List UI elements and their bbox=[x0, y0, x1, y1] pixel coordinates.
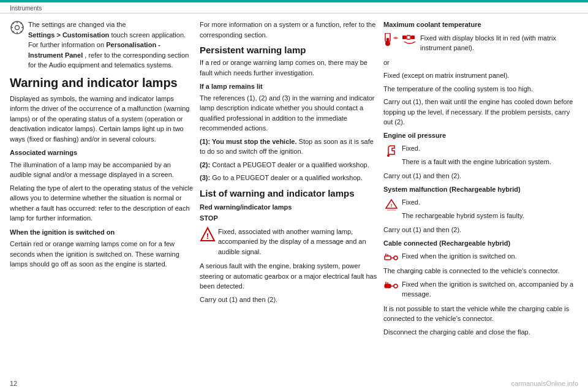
coolant-temp: The temperature of the cooling system is… bbox=[383, 84, 578, 94]
stop-carry-text: Carry out (1) and then (2). bbox=[200, 295, 377, 305]
coolant-or: or bbox=[383, 58, 578, 68]
stop-3-text: Go to a PEUGEOT dealer or a qualified wo… bbox=[212, 174, 363, 181]
stop-label: STOP bbox=[200, 213, 377, 224]
cable-connected-title: Cable connected (Rechargeable hybrid) bbox=[383, 238, 578, 249]
settings-icon bbox=[10, 20, 24, 35]
sys-icon-row: ! Fixed. The rechargeable hybrid system … bbox=[383, 197, 578, 224]
cable-impossible: It is not possible to start the vehicle … bbox=[383, 304, 578, 324]
svg-text:!: ! bbox=[391, 203, 393, 208]
header-title: Instruments bbox=[10, 5, 42, 12]
ignition-title: When the ignition is switched on bbox=[10, 227, 194, 238]
persistent-heading: Persistent warning lamp bbox=[200, 45, 377, 55]
max-coolant-title: Maximum coolant temperature bbox=[383, 20, 578, 30]
sys-malfunction-title: System malfunction (Rechargeable hybrid) bbox=[383, 184, 578, 195]
svg-point-1 bbox=[15, 26, 20, 30]
engine-oil-text: Fixed. There is a fault with the engine … bbox=[402, 143, 551, 170]
cable-icon2 bbox=[383, 279, 399, 293]
stop-3: (3): Go to a PEUGEOT dealer or a qualifi… bbox=[200, 173, 377, 183]
stop-2-label: (2): bbox=[200, 161, 210, 168]
list-heading: List of warning and indicator lamps bbox=[200, 188, 377, 198]
coolant-icon2 bbox=[402, 33, 418, 47]
sys-carry: Carry out (1) and then (2). bbox=[383, 225, 578, 235]
watermark: carmanualsOnline.info bbox=[511, 380, 578, 387]
page-number: 12 bbox=[10, 380, 17, 387]
persistent-desc: If a red or orange warning lamp comes on… bbox=[200, 58, 377, 78]
svg-point-18 bbox=[387, 154, 390, 157]
sys-text: Fixed. The rechargeable hybrid system is… bbox=[402, 197, 524, 224]
svg-rect-25 bbox=[385, 284, 391, 288]
cable-fixed2: Fixed when the ignition is switched on, … bbox=[402, 279, 578, 300]
settings-bold-text: Settings > Customisation bbox=[28, 31, 109, 39]
right-column: Maximum coolant temperature bbox=[383, 20, 578, 340]
settings-text1: The settings are changed via the bbox=[28, 21, 126, 28]
ignition-text: Certain red or orange warning lamps come… bbox=[10, 239, 194, 270]
settings-text2: touch screen application. bbox=[111, 31, 186, 39]
stop-2: (2): Contact a PEUGEOT dealer or a quali… bbox=[200, 160, 377, 170]
cable-icon-row2: Fixed when the ignition is switched on, … bbox=[383, 279, 578, 303]
associated-warnings-title: Associated warnings bbox=[10, 148, 194, 158]
stop-2-text: Contact a PEUGEOT dealer or a qualified … bbox=[212, 161, 369, 168]
cable-icon1 bbox=[383, 251, 399, 265]
sys-fixed: Fixed. bbox=[402, 197, 524, 208]
svg-text:!: ! bbox=[206, 232, 209, 241]
left-column: The settings are changed via the Setting… bbox=[10, 20, 194, 340]
engine-oil-fixed: Fixed. bbox=[402, 143, 551, 154]
warning-lamps-heading: Warning and indicator lamps bbox=[10, 75, 194, 90]
stop-fixed-text: Fixed, associated with another warning l… bbox=[218, 227, 377, 257]
coolant-fixed2: Fixed (except on matrix instrument panel… bbox=[383, 70, 578, 81]
mid-column: For more information on a system or a fu… bbox=[200, 20, 377, 340]
assoc-text1: The illumination of a lamp may be accomp… bbox=[10, 160, 194, 180]
intro-text: For more information on a system or a fu… bbox=[200, 20, 377, 40]
stop-serious-text: A serious fault with the engine, braking… bbox=[200, 261, 377, 292]
engine-oil-icon-row: Fixed. There is a fault with the engine … bbox=[383, 143, 578, 170]
settings-block: The settings are changed via the Setting… bbox=[10, 20, 194, 70]
cable-disconnect: Disconnect the charging cable and close … bbox=[383, 327, 578, 337]
coolant-carry: Carry out (1), then wait until the engin… bbox=[383, 97, 578, 127]
svg-rect-15 bbox=[402, 36, 406, 39]
remains-lit-text: The references (1), (2) and (3) in the w… bbox=[200, 93, 377, 134]
coolant-icon1 bbox=[383, 33, 399, 47]
stop-triangle-icon: ! bbox=[200, 227, 216, 243]
svg-rect-16 bbox=[407, 36, 410, 39]
stop-3-label: (3): bbox=[200, 174, 210, 181]
stop-1: (1): You must stop the vehicle. Stop as … bbox=[200, 137, 377, 157]
stop-icon-row: ! Fixed, associated with another warning… bbox=[200, 227, 377, 260]
page-header: Instruments bbox=[0, 2, 588, 13]
cable-fixed1: Fixed when the ignition is switched on. bbox=[402, 251, 517, 262]
engine-oil-fault: There is a fault with the engine lubrica… bbox=[402, 157, 551, 167]
sys-fault: The rechargeable hybrid system is faulty… bbox=[402, 211, 524, 221]
svg-rect-20 bbox=[385, 256, 391, 260]
svg-point-14 bbox=[385, 41, 390, 46]
settings-description: The settings are changed via the Setting… bbox=[28, 20, 194, 70]
svg-rect-17 bbox=[411, 36, 415, 39]
personalisation-text: For further information on bbox=[28, 41, 104, 48]
cable-icon-row1: Fixed when the ignition is switched on. bbox=[383, 251, 578, 265]
coolant-fixed-text: Fixed with display blocks lit in red (wi… bbox=[420, 33, 578, 53]
red-warning-title: Red warning/indicator lamps bbox=[200, 202, 377, 213]
warning-lamps-desc: Displayed as symbols, the warning and in… bbox=[10, 94, 194, 145]
engine-oil-carry: Carry out (1) and then (2). bbox=[383, 171, 578, 181]
stop-1-label: (1): You must stop the vehicle. bbox=[200, 138, 297, 145]
remains-lit-title: If a lamp remains lit bbox=[200, 81, 377, 92]
engine-oil-icon bbox=[383, 143, 399, 157]
sys-icon: ! bbox=[383, 197, 399, 211]
assoc-text2: Relating the type of alert to the operat… bbox=[10, 183, 194, 224]
cable-charging: The charging cable is connected to the v… bbox=[383, 266, 578, 276]
coolant-icon-row1: Fixed with display blocks lit in red (wi… bbox=[383, 33, 578, 56]
main-content: The settings are changed via the Setting… bbox=[0, 13, 588, 346]
engine-oil-title: Engine oil pressure bbox=[383, 130, 578, 141]
